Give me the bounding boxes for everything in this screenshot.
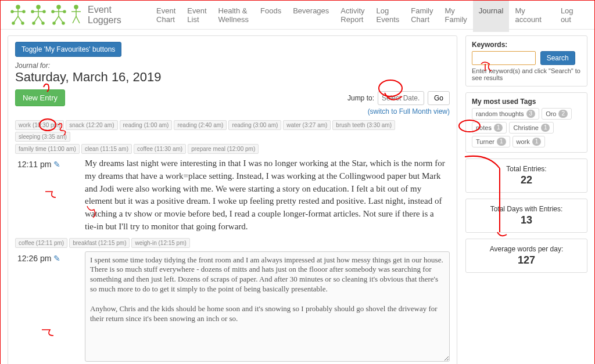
event-tag[interactable]: clean (11:15 am) — [81, 144, 132, 154]
svg-line-31 — [76, 16, 80, 23]
tag-count-badge: 2 — [558, 110, 568, 118]
search-hint: Enter keyword(s) and click "Search" to s… — [472, 67, 581, 81]
jump-date-input[interactable] — [378, 91, 424, 105]
svg-point-25 — [53, 22, 55, 24]
svg-point-15 — [43, 10, 45, 13]
brand-title[interactable]: Event Loggers — [88, 5, 142, 26]
event-tag[interactable]: work (10:30 pm) — [15, 120, 64, 130]
svg-point-16 — [33, 22, 35, 24]
nav-right: My accountLog out — [509, 0, 589, 32]
nav-item-log-events[interactable]: Log Events — [371, 0, 406, 32]
keywords-label: Keywords: — [472, 41, 581, 49]
tag-turner[interactable]: Turner1 — [472, 136, 510, 147]
stat-box: Total Days with Entries:13 — [465, 199, 587, 233]
journal-panel: Toggle 'My Favourites' buttons Journal f… — [8, 35, 457, 364]
stat-box: Total Entries:22 — [465, 158, 587, 193]
tag-count-badge: 1 — [532, 138, 542, 146]
tag-count-badge: 1 — [541, 124, 550, 132]
stat-label: Average words per day: — [472, 245, 581, 253]
nav-item-log-out[interactable]: Log out — [555, 0, 589, 32]
stat-value: 22 — [472, 174, 581, 186]
svg-point-14 — [31, 10, 34, 13]
event-tag[interactable]: coffee (11:30 am) — [134, 144, 186, 154]
nav-item-event-list[interactable]: Event List — [181, 0, 212, 32]
svg-point-17 — [42, 22, 44, 24]
search-box: Keywords: Search Enter keyword(s) and cl… — [465, 35, 587, 87]
event-tag[interactable]: coffee (12:11 pm) — [15, 238, 67, 248]
entry-time: 12:26 pm ✎ — [15, 251, 85, 362]
tag-oro[interactable]: Oro2 — [542, 108, 572, 120]
journal-for-label: Journal for: — [15, 62, 450, 70]
entry-body: My dreams last night were interesting in… — [85, 157, 450, 233]
event-tag[interactable]: breakfast (12:15 pm) — [69, 238, 130, 248]
nav-item-event-chart[interactable]: Event Chart — [150, 0, 181, 32]
edit-icon[interactable]: ✎ — [53, 160, 60, 169]
tag-count-badge: 1 — [497, 138, 506, 146]
nav-item-activity-report[interactable]: Activity Report — [335, 0, 370, 32]
event-tag[interactable]: prepare meal (12:00 pm) — [188, 144, 259, 154]
event-tag[interactable]: brush teeth (3:30 am) — [332, 120, 395, 130]
switch-month-view-link[interactable]: (switch to Full Month view) — [368, 107, 450, 116]
stat-label: Total Days with Entries: — [472, 205, 581, 213]
nav-item-my-family[interactable]: My Family — [439, 0, 473, 32]
event-tag-row: work (10:30 pm)snack (12:20 am)reading (… — [15, 120, 450, 142]
entry-body-editor[interactable] — [85, 251, 450, 362]
svg-point-5 — [11, 10, 13, 13]
tag-label: Oro — [546, 110, 556, 117]
go-button[interactable]: Go — [428, 91, 450, 105]
journal-date: Saturday, March 16, 2019 — [15, 70, 450, 85]
nav-item-journal[interactable]: Journal — [473, 0, 510, 32]
tag-work[interactable]: work1 — [512, 136, 546, 147]
journal-entry: 12:26 pm ✎ — [15, 251, 450, 362]
new-entry-button[interactable]: New Entry — [15, 89, 65, 106]
tag-notes[interactable]: notes1 — [472, 122, 507, 134]
entry-time: 12:11 pm ✎ — [15, 157, 85, 233]
entry-time-text: 12:26 pm — [17, 254, 51, 263]
svg-line-30 — [73, 16, 76, 23]
event-tag[interactable]: sleeping (3:35 am) — [15, 132, 70, 142]
keywords-input[interactable] — [472, 51, 536, 65]
stat-box: Average words per day:127 — [465, 239, 587, 273]
nav-item-beverages[interactable]: Beverages — [287, 0, 335, 32]
svg-point-24 — [63, 10, 66, 13]
edit-icon[interactable]: ✎ — [53, 254, 60, 263]
svg-point-6 — [23, 10, 25, 13]
tag-label: Christine — [513, 124, 538, 131]
tag-count-badge: 1 — [494, 124, 503, 132]
entry-time-text: 12:11 pm — [17, 160, 51, 169]
search-button[interactable]: Search — [540, 51, 575, 65]
event-tag[interactable]: weigh-in (12:15 pm) — [131, 238, 189, 248]
event-tag[interactable]: family time (11:00 am) — [15, 144, 80, 154]
toggle-favourites-button[interactable]: Toggle 'My Favourites' buttons — [15, 42, 121, 57]
event-tag[interactable]: reading (3:00 am) — [228, 120, 281, 130]
event-tag[interactable]: water (3:27 am) — [283, 120, 331, 130]
nav-item-foods[interactable]: Foods — [255, 0, 287, 32]
svg-point-8 — [21, 22, 24, 24]
sidebar: Keywords: Search Enter keyword(s) and cl… — [465, 35, 587, 364]
stat-label: Total Entries: — [472, 165, 581, 173]
event-tag[interactable]: reading (2:40 am) — [174, 120, 227, 130]
tags-heading: My most used Tags — [472, 98, 581, 106]
event-tag-row: family time (11:00 am)clean (11:15 am)co… — [15, 144, 450, 154]
tag-label: random thoughts — [476, 110, 524, 117]
jump-to-row: Jump to: Go — [15, 91, 450, 105]
tag-label: notes — [476, 124, 492, 131]
nav-item-health-wellness[interactable]: Health & Wellness — [213, 0, 255, 32]
svg-point-23 — [52, 10, 54, 13]
tag-christine[interactable]: Christine1 — [509, 122, 554, 134]
nav-item-my-account[interactable]: My account — [509, 0, 554, 32]
event-tag-row: coffee (12:11 pm)breakfast (12:15 pm)wei… — [15, 238, 450, 248]
event-tag[interactable]: snack (12:20 am) — [66, 120, 117, 130]
stat-value: 127 — [472, 254, 581, 266]
stat-value: 13 — [472, 214, 581, 226]
tag-random-thoughts[interactable]: random thoughts3 — [472, 108, 539, 120]
nav-item-family-chart[interactable]: Family Chart — [405, 0, 439, 32]
most-used-tags-box: My most used Tags random thoughts3Oro2no… — [465, 92, 587, 153]
nav-items: Event ChartEvent ListHealth & WellnessFo… — [150, 0, 509, 32]
event-tag[interactable]: reading (1:00 am) — [120, 120, 173, 130]
journal-entry: 12:11 pm ✎ My dreams last night were int… — [15, 157, 450, 233]
tag-count-badge: 3 — [526, 110, 536, 118]
tag-label: work — [517, 138, 530, 145]
svg-point-7 — [12, 22, 15, 24]
tag-label: Turner — [476, 138, 494, 145]
